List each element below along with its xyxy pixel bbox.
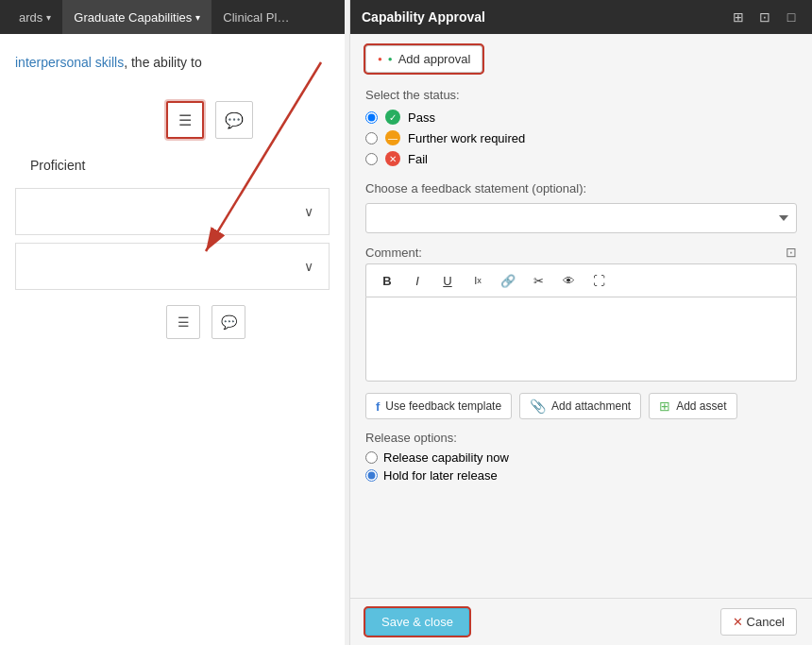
- toolbar-clear-format[interactable]: Ix: [465, 268, 491, 293]
- comment-expand-icon[interactable]: ⊡: [786, 245, 797, 260]
- chevron-down-icon: ∨: [304, 204, 313, 219]
- feedback-icon: f: [376, 399, 380, 414]
- comment-lines-icon: ☰: [178, 111, 192, 129]
- comment-label-row: Comment: ⊡: [365, 245, 797, 260]
- status-section: Select the status: ✓ Pass — Further work…: [365, 88, 797, 166]
- pass-label: Pass: [408, 110, 435, 125]
- feedback-section: Choose a feedback statement (optional):: [365, 181, 797, 233]
- release-now[interactable]: Release capability now: [365, 450, 797, 465]
- feedback-label: Choose a feedback statement (optional):: [365, 181, 797, 195]
- bottom-comment-btn[interactable]: ☰: [166, 305, 200, 339]
- toolbar-italic[interactable]: I: [404, 268, 431, 293]
- radio-release-later[interactable]: [365, 469, 378, 482]
- add-attachment-button[interactable]: 📎 Add attachment: [519, 393, 641, 419]
- status-fail[interactable]: ✕ Fail: [365, 151, 797, 166]
- comment-label: Comment:: [365, 246, 422, 260]
- radio-release-now[interactable]: [365, 451, 378, 464]
- release-later-label: Hold for later release: [383, 468, 498, 483]
- chevron-icon: ▾: [195, 12, 200, 23]
- save-close-button[interactable]: Save & close: [365, 608, 469, 636]
- proficient-label: Proficient: [15, 158, 330, 173]
- cancel-x-icon: ✕: [733, 615, 743, 629]
- toolbar-scissors[interactable]: ✂: [525, 268, 551, 293]
- status-further[interactable]: — Further work required: [365, 130, 797, 145]
- nav-item-ards[interactable]: ards ▾: [8, 0, 62, 34]
- bottom-buttons: f Use feedback template 📎 Add attachment…: [365, 393, 797, 419]
- release-now-label: Release capability now: [383, 450, 509, 465]
- add-asset-button[interactable]: ⊞ Add asset: [649, 393, 736, 419]
- modal-footer: Save & close ✕ Cancel: [350, 598, 812, 645]
- bottom-bubble-btn[interactable]: 💬: [211, 305, 245, 339]
- modal-body: ● ● Add approval Select the status: ✓ Pa…: [350, 34, 812, 598]
- status-label: Select the status:: [365, 88, 797, 102]
- chevron-down-icon: ∨: [304, 259, 313, 274]
- speech-bubble-icon: 💬: [225, 111, 244, 129]
- add-approval-button[interactable]: ● ● Add approval: [365, 45, 482, 73]
- bottom-icon-row: ☰ 💬: [15, 305, 330, 339]
- nav-item-clinical[interactable]: Clinical Pl…: [211, 0, 300, 34]
- toolbar-bold[interactable]: B: [374, 268, 400, 293]
- dot-red-icon: ●: [378, 55, 382, 63]
- further-label: Further work required: [408, 131, 525, 145]
- modal-title: Capability Approval: [362, 9, 485, 25]
- accordion-item-1[interactable]: ∨: [15, 188, 330, 235]
- radio-pass[interactable]: [365, 111, 378, 124]
- icon-btn-row: ☰ 💬: [15, 101, 330, 139]
- toolbar-fullscreen[interactable]: ⛶: [585, 268, 612, 293]
- fail-icon: ✕: [385, 151, 400, 166]
- speech-bubble-btn[interactable]: 💬: [215, 101, 253, 139]
- toolbar-link[interactable]: 🔗: [495, 268, 521, 293]
- comment-icon-btn[interactable]: ☰: [166, 101, 204, 139]
- editor-toolbar: B I U Ix 🔗 ✂ 👁 ⛶: [365, 263, 797, 297]
- modal-icon-grid[interactable]: ⊞: [729, 8, 748, 26]
- modal-icon-resize[interactable]: ⊡: [755, 8, 774, 26]
- modal-panel: Capability Approval ⊞ ⊡ □ ● ● Add approv…: [349, 0, 812, 645]
- modal-header-icons: ⊞ ⊡ □: [729, 8, 801, 26]
- comment-icon: ☰: [178, 314, 190, 330]
- status-pass[interactable]: ✓ Pass: [365, 110, 797, 125]
- nav-item-graduate[interactable]: Graduate Capabilities ▾: [62, 0, 211, 34]
- nav-bar: ards ▾ Graduate Capabilities ▾ Clinical …: [0, 0, 345, 34]
- further-icon: —: [385, 130, 400, 145]
- release-section: Release options: Release capability now …: [365, 431, 797, 483]
- bubble-icon: 💬: [221, 314, 237, 330]
- modal-icon-window[interactable]: □: [782, 8, 801, 26]
- dot-green-icon: ●: [388, 55, 393, 63]
- left-content: interpersonal skills, the ability to ☰ 💬…: [0, 34, 345, 358]
- toolbar-underline[interactable]: U: [434, 268, 461, 293]
- attachment-icon: 📎: [530, 399, 546, 414]
- toolbar-preview[interactable]: 👁: [555, 268, 582, 293]
- release-label: Release options:: [365, 431, 797, 445]
- use-feedback-template-button[interactable]: f Use feedback template: [365, 393, 512, 419]
- editor-area[interactable]: [365, 297, 797, 382]
- pass-icon: ✓: [385, 110, 400, 125]
- highlighted-text: interpersonal skills: [15, 55, 124, 70]
- cancel-button[interactable]: ✕ Cancel: [720, 608, 797, 636]
- asset-icon: ⊞: [659, 399, 670, 414]
- release-later[interactable]: Hold for later release: [365, 468, 797, 483]
- radio-further[interactable]: [365, 132, 378, 144]
- radio-fail[interactable]: [365, 153, 378, 165]
- chevron-icon: ▾: [46, 12, 51, 23]
- modal-header: Capability Approval ⊞ ⊡ □: [350, 0, 812, 34]
- fail-label: Fail: [408, 152, 428, 166]
- comment-section: Comment: ⊡ B I U Ix 🔗 ✂ 👁 ⛶: [365, 245, 797, 382]
- left-panel: ards ▾ Graduate Capabilities ▾ Clinical …: [0, 0, 345, 645]
- feedback-select[interactable]: [365, 203, 797, 233]
- interpersonal-text: interpersonal skills, the ability to: [15, 53, 330, 73]
- accordion-item-2[interactable]: ∨: [15, 243, 330, 290]
